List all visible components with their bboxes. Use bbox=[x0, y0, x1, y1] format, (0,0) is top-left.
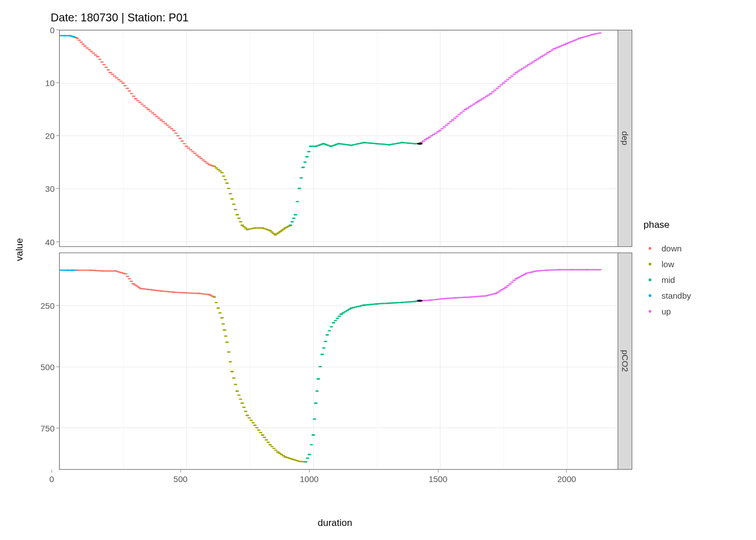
svg-point-517 bbox=[341, 312, 345, 313]
svg-point-74 bbox=[184, 146, 188, 147]
svg-point-271 bbox=[496, 88, 499, 89]
svg-point-612 bbox=[506, 285, 510, 286]
svg-point-458 bbox=[259, 432, 262, 433]
svg-point-370 bbox=[125, 276, 129, 277]
svg-point-148 bbox=[290, 221, 294, 222]
svg-point-108 bbox=[235, 214, 238, 215]
svg-point-57 bbox=[155, 116, 159, 117]
svg-point-154 bbox=[298, 188, 301, 189]
svg-point-495 bbox=[313, 418, 316, 420]
svg-point-265 bbox=[485, 96, 488, 97]
svg-point-436 bbox=[228, 361, 232, 362]
svg-point-252 bbox=[462, 110, 465, 111]
svg-point-492 bbox=[309, 444, 313, 445]
svg-point-270 bbox=[493, 89, 497, 91]
svg-point-96 bbox=[220, 172, 223, 173]
svg-point-133 bbox=[272, 233, 275, 234]
svg-point-505 bbox=[324, 341, 327, 342]
chart-container: Date: 180730 | Station: P01 value 010203… bbox=[11, 11, 745, 529]
svg-point-64 bbox=[168, 126, 171, 127]
svg-point-328 bbox=[598, 32, 601, 33]
svg-point-26 bbox=[98, 58, 101, 60]
svg-point-446 bbox=[240, 403, 244, 404]
svg-point-374 bbox=[132, 283, 135, 284]
svg-point-606 bbox=[496, 291, 500, 292]
svg-point-248 bbox=[453, 118, 456, 119]
svg-point-238 bbox=[436, 131, 439, 132]
svg-point-301 bbox=[550, 50, 554, 51]
facet-label: pCO2 bbox=[620, 350, 630, 372]
svg-point-369 bbox=[124, 273, 127, 274]
svg-point-300 bbox=[548, 51, 552, 52]
legend-swatch bbox=[644, 274, 656, 286]
legend-label: low bbox=[662, 259, 674, 269]
legend-title: phase bbox=[644, 219, 745, 231]
svg-point-110 bbox=[238, 221, 242, 222]
svg-point-498 bbox=[315, 390, 318, 392]
svg-point-440 bbox=[233, 384, 237, 385]
svg-point-40 bbox=[123, 85, 127, 86]
svg-point-457 bbox=[257, 429, 260, 430]
svg-point-244 bbox=[447, 123, 450, 124]
svg-point-452 bbox=[249, 420, 253, 421]
svg-point-501 bbox=[318, 366, 322, 367]
svg-point-607 bbox=[498, 290, 502, 291]
y-axis-area: 010203040250500750 bbox=[28, 30, 59, 470]
svg-point-152 bbox=[296, 201, 299, 202]
x-axis-label: duration bbox=[52, 518, 618, 529]
y-ticks-pCO2: 250500750 bbox=[28, 253, 59, 470]
svg-point-439 bbox=[232, 377, 235, 379]
svg-point-518 bbox=[344, 311, 347, 312]
svg-point-608 bbox=[500, 289, 503, 290]
svg-point-451 bbox=[248, 417, 251, 418]
svg-point-442 bbox=[235, 390, 238, 392]
svg-point-100 bbox=[225, 182, 228, 183]
panel-dep bbox=[59, 30, 618, 247]
y-tick-label: 20 bbox=[45, 131, 55, 141]
svg-point-296 bbox=[540, 56, 543, 57]
svg-point-665 bbox=[417, 300, 422, 302]
svg-point-83 bbox=[201, 159, 205, 160]
svg-point-155 bbox=[299, 177, 303, 178]
svg-point-97 bbox=[222, 176, 225, 177]
svg-point-280 bbox=[512, 74, 516, 75]
svg-point-132 bbox=[270, 231, 273, 232]
svg-point-158 bbox=[303, 161, 307, 163]
svg-point-70 bbox=[178, 138, 182, 139]
svg-point-101 bbox=[227, 188, 230, 189]
legend-label: down bbox=[662, 244, 682, 253]
svg-point-292 bbox=[533, 60, 537, 61]
svg-point-467 bbox=[272, 448, 276, 449]
y-axis-label: value bbox=[11, 30, 28, 470]
svg-point-263 bbox=[480, 98, 484, 100]
svg-point-69 bbox=[176, 135, 179, 136]
svg-point-22 bbox=[92, 52, 95, 53]
svg-point-104 bbox=[230, 198, 233, 199]
legend-swatch bbox=[644, 305, 656, 318]
facet-strip-pCO2: pCO2 bbox=[618, 253, 632, 470]
svg-point-471 bbox=[278, 453, 281, 454]
x-tick-label: 500 bbox=[173, 474, 187, 484]
svg-point-488 bbox=[304, 461, 307, 462]
svg-point-444 bbox=[238, 398, 242, 399]
svg-point-460 bbox=[261, 434, 264, 435]
svg-point-51 bbox=[145, 107, 148, 108]
svg-point-261 bbox=[476, 101, 480, 102]
svg-point-49 bbox=[140, 104, 143, 105]
panel-pCO2 bbox=[59, 253, 618, 470]
svg-point-273 bbox=[500, 84, 503, 86]
svg-point-20 bbox=[87, 49, 91, 50]
svg-point-112 bbox=[240, 224, 244, 226]
svg-point-257 bbox=[470, 105, 474, 106]
svg-point-94 bbox=[218, 170, 222, 172]
svg-point-35 bbox=[115, 77, 118, 78]
legend-label: mid bbox=[662, 275, 675, 285]
svg-point-85 bbox=[205, 163, 209, 164]
svg-point-275 bbox=[502, 82, 505, 83]
svg-point-75 bbox=[187, 147, 190, 148]
svg-point-30 bbox=[106, 69, 110, 70]
svg-point-268 bbox=[489, 93, 492, 94]
panel-row-pCO2: pCO2 bbox=[59, 253, 632, 470]
svg-point-429 bbox=[222, 323, 225, 325]
svg-point-61 bbox=[161, 121, 165, 122]
